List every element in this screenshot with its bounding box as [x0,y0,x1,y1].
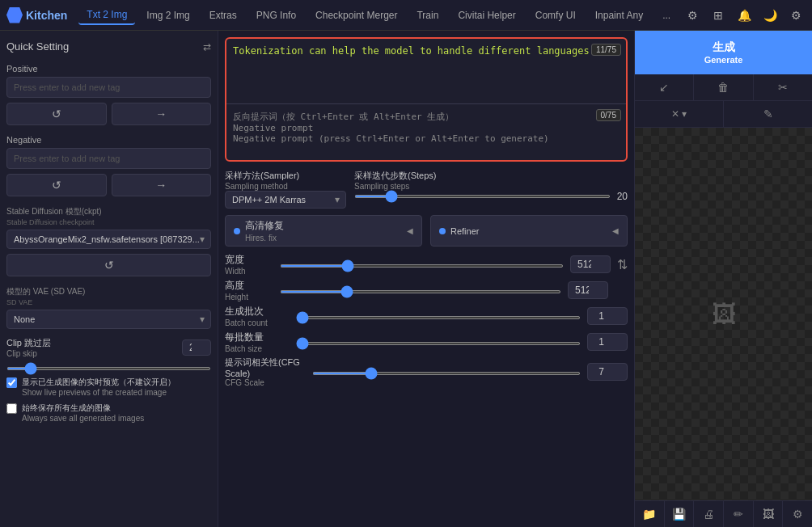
nav-tab-comfy[interactable]: Comfy UI [527,6,584,24]
logo-icon [6,7,23,23]
settings2-btn[interactable]: ⚙ [783,501,812,527]
app-logo: Kitchen [6,7,67,23]
right-panel: 生成 Generate ↙ 🗑 ✂ ✕ ▾ ✎ 🖼 📁 💾 🖨 ✏ 🖼 ⚙ [634,31,812,527]
negative-tag-input[interactable] [6,148,211,169]
bell-icon[interactable]: 🔔 [734,6,754,25]
batch-size-input[interactable] [587,333,628,351]
refiner-dot [439,228,446,234]
nav-tab-more[interactable]: ... [654,6,679,24]
sidebar-title: Quick Setting [6,40,69,53]
positive-arrow-btn[interactable]: → [112,103,212,125]
cfg-scale-label: 提示词相关性(CFG Scale) CFG Scale [225,356,306,387]
config-icon[interactable]: ⚙ [786,6,806,25]
edit-btn[interactable]: ✎ [724,101,812,127]
refiner-btn[interactable]: Refiner ◀ [430,215,628,247]
cfg-slider[interactable] [312,372,581,375]
main-layout: Quick Setting ⇄ Positive ↺ → Negative ↺ … [0,31,812,527]
height-input[interactable] [568,281,608,299]
always-save-checkbox[interactable] [6,403,17,414]
folder-btn[interactable]: 📁 [635,501,665,527]
bottom-action-row: 📁 💾 🖨 ✏ 🖼 ⚙ [635,500,812,527]
image-btn[interactable]: 🖼 [754,501,784,527]
batch-count-slider[interactable] [296,316,581,319]
positive-prompt-section: Tokenization can help the model to handl… [226,39,626,103]
sampler-select[interactable]: DPM++ 2M Karras [225,191,346,209]
nav-tab-train[interactable]: Train [408,6,446,24]
swap-dimensions-btn[interactable]: ⇅ [617,257,628,272]
width-slider-wrap [280,259,564,270]
cut-btn[interactable]: ✂ [754,74,812,100]
live-preview-checkbox[interactable] [6,377,17,388]
nav-tab-extras[interactable]: Extras [201,6,245,24]
steps-group: 采样迭代步数(Steps) Sampling steps 20 [354,170,628,202]
nav-tab-img2img[interactable]: Img 2 Img [138,6,197,24]
prompt-area: Tokenization can help the model to handl… [225,37,628,162]
moon-icon[interactable]: 🌙 [760,6,780,25]
height-slider-wrap [280,285,561,296]
model-refresh-btn[interactable]: ↺ [6,254,211,276]
nav-icon-group: ⚙ ⊞ 🔔 🌙 ⚙ [683,6,806,25]
batch-count-slider-wrap [296,310,581,322]
hires-fix-btn[interactable]: 高清修复 Hires. fix ◀ [225,215,422,247]
nav-tab-txt2img[interactable]: Txt 2 Img [78,6,135,25]
negative-refresh-btn[interactable]: ↺ [6,174,107,196]
batch-size-label: 每批数量 Batch size [225,331,290,353]
positive-refresh-btn[interactable]: ↺ [6,103,107,125]
nav-tab-civitai[interactable]: Civitai Helper [450,6,523,24]
canvas-preview: 🖼 [635,128,812,500]
clip-skip-slider[interactable] [6,367,211,370]
negative-btn-row: ↺ → [6,174,211,196]
sidebar-toggle-icon[interactable]: ⇄ [203,41,211,53]
batch-size-slider[interactable] [296,342,581,345]
vae-select-wrap: None [6,310,211,329]
vae-label: 模型的 VAE (SD VAE) SD VAE [6,286,211,306]
settings-icon[interactable]: ⚙ [683,6,702,25]
refiner-label: Refiner [450,226,607,236]
live-preview-checkbox-row: 显示已生成图像的实时预览（不建议开启） Show live previews o… [6,377,211,398]
model-select[interactable]: AbyssOrangeMix2_nsfw.safetensors [087329… [6,230,211,249]
canvas-icon: 🖼 [712,301,736,328]
delete-btn[interactable]: 🗑 [694,74,753,100]
positive-prompt-input[interactable]: Tokenization can help the model to handl… [233,45,620,94]
top-action-row: ↙ 🗑 ✂ [635,74,812,101]
cfg-input[interactable] [587,363,628,381]
vae-section: 模型的 VAE (SD VAE) SD VAE None [6,286,211,329]
nav-tab-inpaint[interactable]: Inpaint Any [587,6,651,24]
cfg-slider-wrap [312,366,581,377]
hires-collapse-icon: ◀ [407,226,413,235]
live-preview-label: 显示已生成图像的实时预览（不建议开启） Show live previews o… [22,377,176,398]
steps-value: 20 [617,191,628,202]
generate-button[interactable]: 生成 Generate [635,31,812,74]
positive-tag-input[interactable] [6,77,211,98]
height-label: 高度 Height [225,279,273,301]
height-slider[interactable] [280,290,561,293]
width-input[interactable] [570,255,611,273]
save-btn[interactable]: 💾 [665,501,695,527]
refiner-collapse-icon: ◀ [612,226,619,235]
interrupt-btn[interactable]: ↙ [635,74,694,100]
app-name: Kitchen [26,9,67,22]
sidebar: Quick Setting ⇄ Positive ↺ → Negative ↺ … [0,31,218,527]
nav-tab-pnginfo[interactable]: PNG Info [248,6,304,24]
print-btn[interactable]: 🖨 [694,501,724,527]
vae-select[interactable]: None [6,310,211,329]
width-slider[interactable] [280,264,564,268]
positive-section-label: Positive [6,64,211,74]
grid-icon[interactable]: ⊞ [708,6,728,25]
center-panel: Tokenization can help the model to handl… [218,31,634,527]
sampler-label: 采样方法(Sampler) Sampling method [225,170,346,191]
nav-tab-checkpoint[interactable]: Checkpoint Merger [307,6,405,24]
steps-slider[interactable] [354,195,611,198]
always-save-checkbox-row: 始终保存所有生成的图像 Always save all generated im… [6,403,211,424]
model-section: Stable Diffusion 模型(ckpt) Stable Diffusi… [6,206,211,276]
pencil-btn[interactable]: ✏ [724,501,754,527]
batch-count-input[interactable] [587,307,628,325]
clip-skip-input[interactable] [182,339,211,356]
model-label: Stable Diffusion 模型(ckpt) Stable Diffusi… [6,206,211,226]
negative-prompt-input[interactable]: 反向提示词（按 Ctrl+Enter 或 Alt+Enter 生成） Negat… [233,111,620,151]
width-row: 宽度 Width ⇅ [225,253,628,276]
negative-arrow-btn[interactable]: → [112,174,212,196]
cancel-x-btn[interactable]: ✕ ▾ [635,101,724,127]
width-label: 宽度 Width [225,253,273,276]
steps-control: 20 [354,191,628,202]
